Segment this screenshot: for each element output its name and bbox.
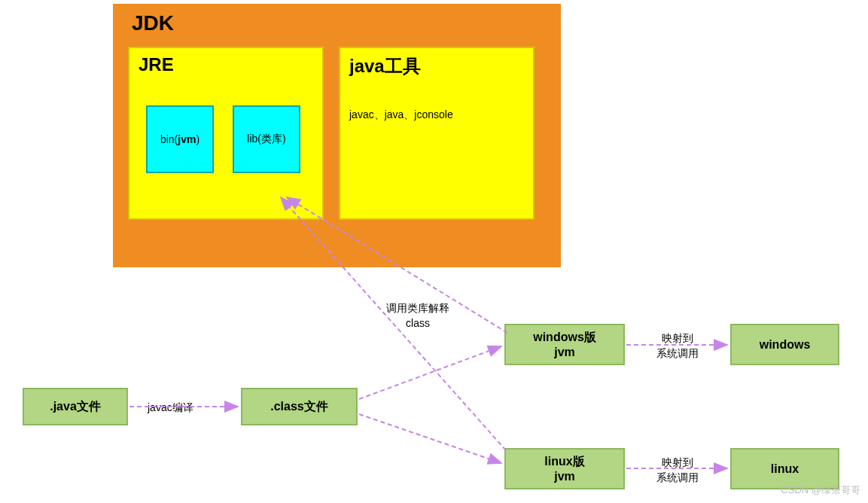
watermark: CSDN @绿茶哥哥: [781, 483, 860, 497]
windows-jvm-box: windows版 jvm: [504, 324, 625, 365]
java-tools-container: java工具 javac、java、jconsole: [339, 47, 535, 220]
linux-label: linux: [771, 462, 799, 476]
linux-jvm-box: linux版 jvm: [504, 448, 625, 489]
windows-label: windows: [760, 338, 811, 352]
jdk-title: JDK: [132, 11, 546, 35]
class-file-label: .class文件: [270, 399, 327, 415]
java-file-box: .java文件: [23, 388, 128, 425]
tools-title: java工具: [349, 54, 524, 78]
jre-inner: bin(jvm) lib(类库): [139, 105, 313, 173]
jdk-container: JDK JRE bin(jvm) lib(类库) java工具 javac、ja…: [113, 4, 561, 267]
class-file-box: .class文件: [241, 388, 358, 425]
linux-jvm-line1: linux版: [544, 454, 584, 470]
win-jvm-line1: windows版: [533, 330, 596, 346]
jre-container: JRE bin(jvm) lib(类库): [128, 47, 324, 220]
win-jvm-line2: jvm: [554, 346, 575, 359]
svg-line-2: [359, 346, 501, 399]
windows-box: windows: [730, 324, 839, 365]
tools-list: javac、java、jconsole: [349, 108, 524, 122]
javac-label: javac编译: [148, 401, 193, 416]
linux-jvm-line2: jvm: [554, 470, 575, 483]
jdk-inner-row: JRE bin(jvm) lib(类库) java工具 javac、java、j…: [128, 47, 546, 220]
jre-title: JRE: [139, 54, 313, 75]
lib-box: lib(类库): [233, 105, 300, 173]
bin-jvm-box: bin(jvm): [146, 105, 214, 173]
java-file-label: .java文件: [50, 399, 101, 415]
bin-label: bin(jvm): [160, 133, 199, 145]
lib-label: lib(类库): [247, 133, 285, 146]
map-sys-label-1: 映射到 系统调用: [647, 331, 708, 361]
svg-line-3: [359, 414, 501, 463]
call-lib-label: 调用类库解释 class: [376, 301, 459, 331]
map-sys-label-2: 映射到 系统调用: [647, 456, 708, 485]
